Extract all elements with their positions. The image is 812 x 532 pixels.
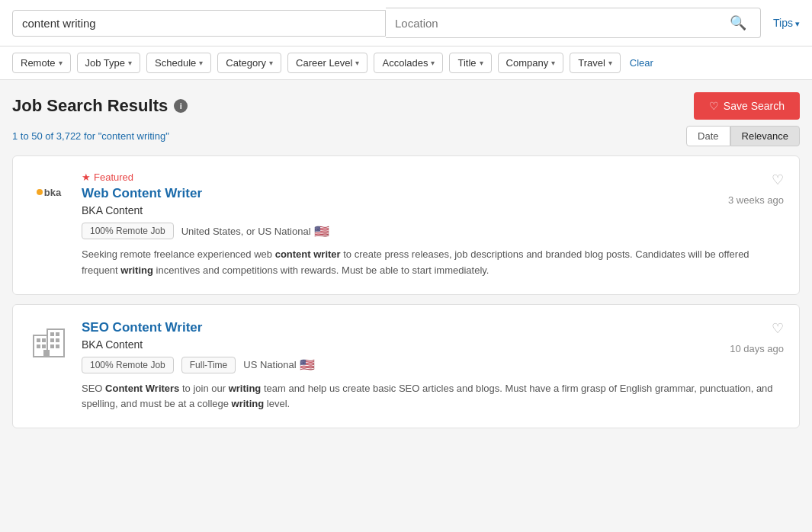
location-wrap: 🔍 bbox=[386, 8, 761, 38]
svg-rect-11 bbox=[42, 345, 46, 348]
sort-date-button[interactable]: Date bbox=[686, 126, 730, 146]
count-text: 1 to 50 of 3,722 for bbox=[12, 130, 98, 142]
search-input[interactable] bbox=[22, 17, 376, 30]
remote-tag-1: 100% Remote Job bbox=[82, 223, 174, 239]
results-title-text: Job Search Results bbox=[12, 96, 168, 116]
job-info-1: ★ Featured Web Content Writer BKA Conten… bbox=[82, 171, 688, 239]
svg-rect-7 bbox=[56, 338, 59, 342]
company-name-2: BKA Content bbox=[82, 338, 688, 351]
svg-rect-8 bbox=[50, 345, 54, 348]
save-job-1-icon[interactable]: ♡ bbox=[772, 171, 784, 188]
bka-dot bbox=[37, 189, 43, 195]
job-description-1: Seeking remote freelance experienced web… bbox=[82, 247, 784, 279]
results-meta: 1 to 50 of 3,722 for "content writing" D… bbox=[12, 126, 800, 146]
us-flag-2: 🇺🇸 bbox=[300, 357, 315, 372]
save-search-label: Save Search bbox=[724, 100, 785, 112]
clear-filters-button[interactable]: Clear bbox=[630, 57, 653, 69]
svg-rect-4 bbox=[50, 332, 54, 336]
tips-link[interactable]: Tips bbox=[773, 17, 800, 29]
location-name-1: United States, or US National bbox=[181, 226, 311, 237]
company-name-1: BKA Content bbox=[82, 204, 688, 216]
svg-rect-12 bbox=[43, 350, 50, 357]
svg-rect-6 bbox=[50, 338, 54, 342]
location-text-2: US National 🇺🇸 bbox=[243, 357, 314, 372]
save-search-button[interactable]: ♡ Save Search bbox=[694, 92, 800, 120]
svg-rect-9 bbox=[56, 345, 59, 348]
filter-company[interactable]: Company ▾ bbox=[498, 53, 564, 73]
filter-remote[interactable]: Remote ▾ bbox=[12, 53, 71, 73]
svg-rect-2 bbox=[37, 338, 40, 342]
us-flag-1: 🇺🇸 bbox=[314, 224, 329, 239]
svg-rect-10 bbox=[37, 345, 40, 348]
job-info-2: SEO Content Writer BKA Content 100% Remo… bbox=[82, 320, 688, 373]
search-input-wrap bbox=[12, 10, 386, 37]
filter-category[interactable]: Category ▾ bbox=[217, 53, 281, 73]
date-1: 3 weeks ago bbox=[728, 194, 784, 206]
bka-logo: bka bbox=[37, 187, 61, 198]
featured-label: Featured bbox=[94, 171, 133, 183]
sort-buttons: Date Relevance bbox=[686, 126, 800, 146]
filter-accolades[interactable]: Accolades ▾ bbox=[374, 53, 443, 73]
company-logo-1: bka bbox=[28, 171, 69, 213]
job-card-1: bka ★ Featured Web Content Writer BKA Co… bbox=[12, 155, 800, 295]
results-header: Job Search Results i ♡ Save Search bbox=[12, 92, 800, 120]
heart-icon: ♡ bbox=[709, 100, 719, 112]
filter-job-type[interactable]: Job Type ▾ bbox=[77, 53, 141, 73]
filter-title[interactable]: Title ▾ bbox=[449, 53, 491, 73]
featured-badge: ★ Featured bbox=[82, 171, 688, 183]
job-card-1-top: bka ★ Featured Web Content Writer BKA Co… bbox=[28, 171, 784, 239]
results-title: Job Search Results i bbox=[12, 96, 188, 116]
job-title-1[interactable]: Web Content Writer bbox=[82, 186, 688, 201]
results-count: 1 to 50 of 3,722 for "content writing" bbox=[12, 130, 169, 142]
location-name-2: US National bbox=[243, 359, 296, 370]
job-meta-1: 100% Remote Job United States, or US Nat… bbox=[82, 223, 688, 239]
filter-schedule[interactable]: Schedule ▾ bbox=[146, 53, 211, 73]
filter-bar: Remote ▾ Job Type ▾ Schedule ▾ Category … bbox=[0, 46, 812, 80]
job-card-2: SEO Content Writer BKA Content 100% Remo… bbox=[12, 304, 800, 429]
company-logo-2 bbox=[28, 320, 69, 361]
save-job-2-icon[interactable]: ♡ bbox=[772, 320, 784, 337]
location-text-1: United States, or US National 🇺🇸 bbox=[181, 224, 329, 239]
query-text: "content writing" bbox=[98, 130, 169, 142]
filter-career-level[interactable]: Career Level ▾ bbox=[287, 53, 367, 73]
featured-star-icon: ★ bbox=[82, 171, 91, 183]
filter-travel[interactable]: Travel ▾ bbox=[570, 53, 621, 73]
main-content: Job Search Results i ♡ Save Search 1 to … bbox=[0, 80, 812, 450]
job-title-2[interactable]: SEO Content Writer bbox=[82, 320, 688, 335]
search-icon[interactable]: 🔍 bbox=[725, 14, 751, 31]
svg-rect-5 bbox=[56, 332, 59, 336]
sort-relevance-button[interactable]: Relevance bbox=[730, 126, 800, 146]
job-description-2: SEO Content Writers to join our writing … bbox=[82, 381, 784, 413]
job-right-2: ♡ 10 days ago bbox=[700, 320, 784, 354]
remote-tag-2: 100% Remote Job bbox=[82, 357, 174, 373]
location-input[interactable] bbox=[395, 17, 725, 30]
job-meta-2: 100% Remote Job Full-Time US National 🇺🇸 bbox=[82, 357, 688, 373]
date-2: 10 days ago bbox=[730, 343, 784, 354]
job-right-1: ♡ 3 weeks ago bbox=[700, 171, 784, 206]
info-icon[interactable]: i bbox=[174, 99, 188, 113]
job-card-2-top: SEO Content Writer BKA Content 100% Remo… bbox=[28, 320, 784, 373]
fulltime-tag-2: Full-Time bbox=[181, 357, 236, 373]
svg-rect-3 bbox=[42, 338, 46, 342]
